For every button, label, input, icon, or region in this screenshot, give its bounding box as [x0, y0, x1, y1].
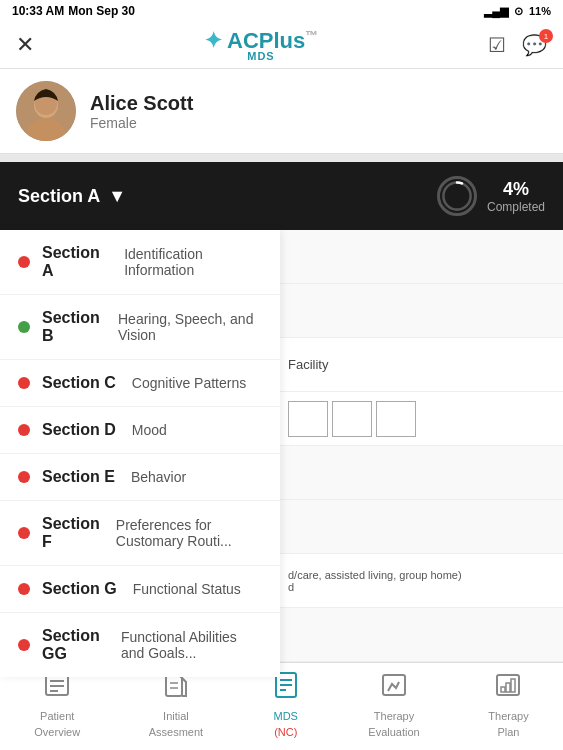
- field-row-A: [280, 230, 563, 284]
- nav-label-therapy-plan: Therapy: [488, 710, 528, 722]
- progress-circle: [437, 176, 477, 216]
- status-bar: 10:33 AM Mon Sep 30 ▂▄▆ ⊙ 11%: [0, 0, 563, 22]
- message-icon[interactable]: 💬 1: [522, 33, 547, 57]
- close-button[interactable]: ✕: [16, 32, 34, 58]
- nav-label-nc: (NC): [274, 726, 297, 738]
- divider: [0, 154, 563, 162]
- progress-label: Completed: [487, 200, 545, 214]
- therapy-evaluation-icon: [380, 671, 408, 706]
- chevron-down-icon[interactable]: ▼: [108, 186, 126, 207]
- user-details: Alice Scott Female: [90, 92, 193, 131]
- user-info-section: Alice Scott Female: [0, 69, 563, 154]
- avatar: [16, 81, 76, 141]
- status-time: 10:33 AM: [12, 4, 64, 18]
- nav-initial-assessment[interactable]: Initial Assesment: [149, 671, 203, 738]
- input-box-2[interactable]: [332, 401, 372, 437]
- therapy-plan-icon: [494, 671, 522, 706]
- section-menu: Section A Identification Information Sec…: [0, 230, 280, 677]
- nav-therapy-evaluation[interactable]: Therapy Evaluation: [368, 671, 419, 738]
- message-badge: 1: [539, 29, 553, 43]
- field-row-E: [280, 446, 563, 500]
- status-dot-E: [18, 471, 30, 483]
- status-day: Mon Sep 30: [68, 4, 135, 18]
- nav-label-therapy-eval: Therapy: [374, 710, 414, 722]
- signal-icon: ▂▄▆: [484, 5, 508, 18]
- info-line-1: d/care, assisted living, group home): [288, 569, 563, 581]
- menu-item-C[interactable]: Section C Cognitive Patterns: [0, 360, 280, 407]
- section-title: Section A: [18, 186, 100, 207]
- app-header: ✕ ✦ ACPlus™ MDS ☑ 💬 1: [0, 22, 563, 69]
- status-dot-C: [18, 377, 30, 389]
- field-row-D: [280, 392, 563, 446]
- battery-icon: 11%: [529, 5, 551, 17]
- nav-label-plan: Plan: [497, 726, 519, 738]
- nav-label-mds: MDS: [274, 710, 298, 722]
- svg-rect-20: [506, 683, 510, 692]
- logo-sub: MDS: [247, 50, 274, 62]
- facility-label: Facility: [288, 357, 328, 372]
- menu-item-GG[interactable]: Section GG Functional Abilities and Goal…: [0, 613, 280, 677]
- status-dot-GG: [18, 639, 30, 651]
- field-row-C: Facility: [280, 338, 563, 392]
- input-box-3[interactable]: [376, 401, 416, 437]
- dropdown-with-content: Section A Identification Information Sec…: [0, 230, 563, 677]
- nav-therapy-plan[interactable]: Therapy Plan: [488, 671, 528, 738]
- user-name: Alice Scott: [90, 92, 193, 115]
- nav-label-overview: Overview: [34, 726, 80, 738]
- check-icon[interactable]: ☑: [488, 33, 506, 57]
- nav-label-patient: Patient: [40, 710, 74, 722]
- svg-rect-19: [501, 687, 505, 692]
- status-dot-F: [18, 527, 30, 539]
- svg-point-4: [443, 183, 470, 210]
- menu-item-B[interactable]: Section B Hearing, Speech, and Vision: [0, 295, 280, 360]
- section-dropdown-header[interactable]: Section A ▼ 4% Completed: [0, 162, 563, 230]
- app-logo: ✦ ACPlus™ MDS: [204, 28, 319, 62]
- field-row-F: [280, 500, 563, 554]
- field-row-GG: [280, 608, 563, 662]
- content-panel: Facility d/care, assisted living, group …: [280, 230, 563, 677]
- input-box-1[interactable]: [288, 401, 328, 437]
- menu-item-E[interactable]: Section E Behavior: [0, 454, 280, 501]
- progress-percent: 4%: [487, 179, 545, 200]
- nav-mds[interactable]: MDS (NC): [272, 671, 300, 738]
- field-row-G: d/care, assisted living, group home) d: [280, 554, 563, 608]
- user-gender: Female: [90, 115, 193, 131]
- status-dot-D: [18, 424, 30, 436]
- logo-cross: ✦: [204, 28, 222, 53]
- nav-label-initial: Initial: [163, 710, 189, 722]
- nav-label-evaluation: Evaluation: [368, 726, 419, 738]
- menu-item-F[interactable]: Section F Preferences for Customary Rout…: [0, 501, 280, 566]
- wifi-icon: ⊙: [514, 5, 523, 18]
- menu-item-D[interactable]: Section D Mood: [0, 407, 280, 454]
- status-dot-A: [18, 256, 30, 268]
- status-dot-B: [18, 321, 30, 333]
- info-line-2: d: [288, 581, 563, 593]
- status-dot-G: [18, 583, 30, 595]
- field-row-B: [280, 284, 563, 338]
- menu-item-A[interactable]: Section A Identification Information: [0, 230, 280, 295]
- nav-patient-overview[interactable]: Patient Overview: [34, 671, 80, 738]
- nav-label-assesment: Assesment: [149, 726, 203, 738]
- svg-rect-21: [511, 679, 515, 692]
- menu-item-G[interactable]: Section G Functional Status: [0, 566, 280, 613]
